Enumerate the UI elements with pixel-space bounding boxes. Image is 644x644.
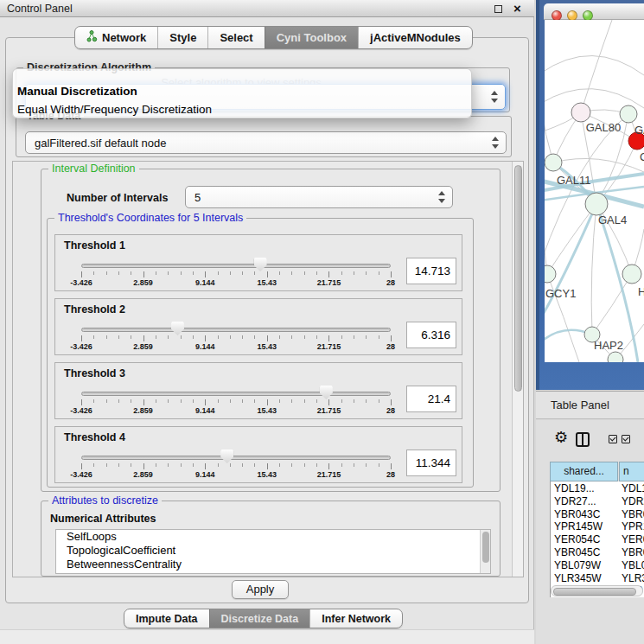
numerical-attributes-label: Numerical Attributes	[50, 513, 156, 525]
popup-item[interactable]: Manual Discretization	[16, 83, 469, 100]
threshold-box: Threshold 1-3.4262.8599.14415.4321.71528…	[54, 234, 462, 291]
slider-thumb[interactable]	[320, 386, 333, 399]
table-row-cell[interactable]: YBL0	[622, 559, 644, 571]
threshold-box: Threshold 3-3.4262.8599.14415.4321.71528…	[54, 362, 462, 419]
network-window-frame-edge	[536, 0, 539, 390]
table-row-cell[interactable]: YBL079W	[554, 559, 601, 571]
tab-impute-data[interactable]: Impute Data	[124, 609, 209, 628]
table-row-cell[interactable]: YER0	[622, 533, 644, 545]
network-edge[interactable]	[547, 204, 596, 274]
node-label: H	[638, 285, 644, 298]
network-edge[interactable]	[553, 158, 644, 172]
close-icon[interactable]: ×	[513, 1, 521, 16]
network-edge[interactable]	[545, 204, 596, 319]
split-columns-icon[interactable]	[576, 432, 590, 447]
attributes-group: Attributes to discretize Numerical Attri…	[41, 501, 501, 577]
attribute-list-item[interactable]: SelfLoops	[56, 530, 490, 544]
slider-track[interactable]	[81, 264, 391, 268]
tab-label: Discretize Data	[221, 613, 299, 625]
slider-thumb[interactable]	[254, 258, 267, 271]
tick-label: 28	[386, 342, 395, 351]
table-horizontal-scrollbar[interactable]	[551, 585, 643, 596]
network-window-titlebar[interactable]	[544, 3, 644, 20]
network-edge[interactable]	[545, 210, 547, 274]
interval-definition-group: Interval Definition Number of Intervals …	[41, 169, 501, 492]
table-row-cell[interactable]: YLR3	[622, 572, 644, 584]
threshold-value-field[interactable]: 6.316	[406, 322, 456, 348]
table-row-cell[interactable]: YBR0	[622, 508, 644, 520]
tab-network[interactable]: Network	[75, 27, 157, 48]
table-row-cell[interactable]: YBR043C	[554, 508, 600, 520]
slider-thumb[interactable]	[171, 322, 184, 335]
network-edge[interactable]	[581, 20, 612, 112]
list-scrollbar[interactable]	[480, 530, 490, 573]
tab-select[interactable]: Select	[207, 27, 264, 48]
select-rows-checkbox-icon[interactable]	[622, 435, 630, 443]
tick-label: -3.426	[70, 278, 92, 287]
table-row-cell[interactable]: YPR145W	[554, 520, 603, 532]
network-node[interactable]	[545, 154, 562, 171]
table-row-cell[interactable]: YDL19...	[554, 482, 595, 494]
settings-scrollbar-thumb[interactable]	[514, 165, 522, 392]
settings-vertical-scrollbar[interactable]	[512, 162, 523, 577]
table-row-cell[interactable]: YDR2	[622, 495, 644, 507]
network-node[interactable]	[545, 265, 556, 283]
numerical-attributes-list[interactable]: SelfLoopsTopologicalCoefficientBetweenne…	[55, 529, 491, 574]
slider-major-ticks	[81, 271, 392, 277]
number-of-intervals-combobox[interactable]: 5	[185, 186, 453, 208]
tab-discretize-data[interactable]: Discretize Data	[209, 609, 310, 628]
table-scrollbar-thumb[interactable]	[553, 588, 636, 596]
select-columns-checkbox-icon[interactable]	[609, 435, 617, 443]
table-row-cell[interactable]: YLR345W	[554, 572, 602, 584]
slider-track[interactable]	[81, 328, 391, 332]
table-row-cell[interactable]: YER054C	[554, 533, 600, 545]
table-panel-titlebar: Table Panel	[536, 391, 644, 419]
list-scrollbar-thumb[interactable]	[482, 532, 489, 563]
table-row-cell[interactable]: YPR1	[622, 520, 644, 532]
slider-track[interactable]	[81, 456, 391, 460]
threshold-label: Threshold 1	[64, 239, 125, 252]
tab-jactivemnodules[interactable]: jActiveMNodules	[358, 27, 472, 48]
network-node[interactable]	[571, 103, 590, 122]
tab-cyni-toolbox[interactable]: Cyni Toolbox	[265, 27, 358, 48]
number-of-intervals-value: 5	[194, 187, 201, 207]
threshold-value-field[interactable]: 11.344	[406, 450, 456, 476]
tick-label: 15.43	[258, 470, 277, 479]
threshold-value-field[interactable]: 21.4	[406, 386, 456, 412]
table-row-cell[interactable]: YDL1	[622, 482, 644, 494]
tick-label: 9.144	[195, 278, 215, 287]
settings-scroll-area: Interval Definition Number of Intervals …	[12, 161, 524, 577]
attribute-list-item[interactable]: TopologicalCoefficient	[56, 544, 490, 558]
attribute-list-item[interactable]: BetweennessCentrality	[56, 558, 490, 571]
tick-label: 2.859	[133, 278, 153, 287]
tick-label: 21.715	[317, 342, 341, 351]
node-label: GCY1	[545, 287, 576, 300]
table-row-cell[interactable]: YBR045C	[554, 546, 600, 558]
float-window-icon[interactable]	[494, 5, 502, 13]
popup-item[interactable]: Equal Width/Frequency Discretization	[16, 101, 469, 118]
slider-thumb[interactable]	[220, 450, 233, 463]
settings-gear-icon[interactable]: ⚙	[554, 430, 568, 445]
slider-track[interactable]	[81, 392, 391, 396]
tab-style[interactable]: Style	[157, 27, 207, 48]
table-data-value: galFiltered.sif default node	[35, 132, 166, 153]
tab-infer-network[interactable]: Infer Network	[309, 609, 402, 628]
node-label: GA	[634, 124, 644, 137]
network-node[interactable]	[585, 193, 608, 215]
network-edge[interactable]	[591, 204, 596, 335]
slider-major-ticks	[81, 463, 392, 469]
network-node[interactable]	[620, 105, 637, 123]
threshold-value-field[interactable]: 14.713	[406, 258, 456, 284]
bottom-strip	[0, 629, 534, 644]
threshold-box: Threshold 2-3.4262.8599.14415.4321.71528…	[54, 298, 462, 355]
table-row-cell[interactable]: YBR0	[622, 546, 644, 558]
table-column-header[interactable]: n	[619, 462, 644, 481]
table-data-combobox[interactable]: galFiltered.sif default node	[25, 131, 507, 154]
combo-stepper-icon	[491, 91, 499, 103]
table-row-cell[interactable]: YDR27...	[554, 495, 596, 507]
network-node[interactable]	[622, 265, 641, 284]
tick-label: -3.426	[70, 406, 92, 415]
table-column-header[interactable]: shared...	[550, 462, 618, 481]
apply-button[interactable]: Apply	[232, 580, 289, 599]
network-canvas[interactable]: GAL80GACGAL11GAL4GCY1HHAP2	[545, 20, 644, 362]
